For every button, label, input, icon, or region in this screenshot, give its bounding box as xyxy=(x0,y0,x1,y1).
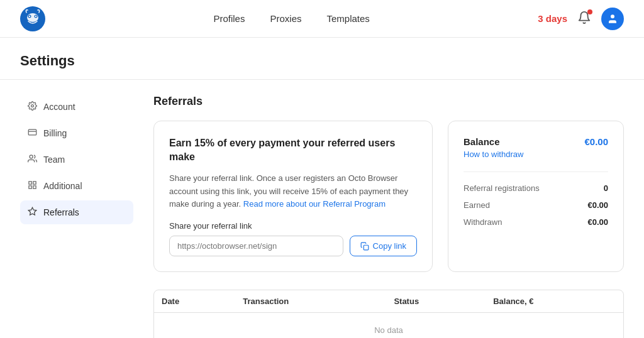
table-header-row: Date Transaction Status Balance, € xyxy=(154,290,623,313)
no-data-row: No data xyxy=(154,313,623,338)
content-area: Referrals Earn 15% of every payment your… xyxy=(133,95,624,338)
nav-profiles[interactable]: Profiles xyxy=(213,13,245,24)
table-header: Date Transaction Status Balance, € xyxy=(154,290,623,313)
sidebar-billing-label: Billing xyxy=(43,128,67,138)
team-icon xyxy=(28,154,37,165)
transactions-table-section: Date Transaction Status Balance, € No da… xyxy=(153,290,624,338)
balance-divider xyxy=(464,172,608,172)
star-icon xyxy=(28,207,37,218)
svg-point-10 xyxy=(30,155,33,158)
balance-title: Balance xyxy=(464,136,500,147)
sidebar-referrals-label: Referrals xyxy=(43,207,79,217)
sidebar: Account Billing Team xyxy=(20,95,133,338)
col-balance: Balance, € xyxy=(486,290,623,313)
main-nav: Profiles Proxies Templates xyxy=(213,13,369,24)
svg-rect-12 xyxy=(33,182,36,184)
nav-templates[interactable]: Templates xyxy=(326,13,369,24)
copy-link-button[interactable]: Copy link xyxy=(350,236,417,256)
read-more-link[interactable]: Read more about our Referral Program xyxy=(243,199,386,209)
svg-point-6 xyxy=(611,14,614,18)
col-transaction: Transaction xyxy=(235,290,386,313)
sidebar-item-billing[interactable]: Billing xyxy=(20,121,133,145)
balance-row-registrations: Referral registrations 0 xyxy=(464,180,608,197)
gear-icon xyxy=(28,101,37,112)
no-data-cell: No data xyxy=(154,313,623,338)
svg-rect-16 xyxy=(364,245,369,250)
sidebar-account-label: Account xyxy=(43,102,75,112)
balance-row-earned: Earned €0.00 xyxy=(464,197,608,214)
content-row: Earn 15% of every payment your referred … xyxy=(153,121,624,272)
balance-amount: €0.00 xyxy=(584,136,608,147)
withdraw-link[interactable]: How to withdraw xyxy=(464,150,608,159)
section-title: Referrals xyxy=(153,95,624,108)
svg-point-7 xyxy=(31,105,34,107)
header: Profiles Proxies Templates 3 days xyxy=(0,0,644,38)
bell-icon[interactable] xyxy=(577,11,591,26)
svg-rect-13 xyxy=(33,186,36,188)
balance-header: Balance €0.00 xyxy=(464,136,608,147)
page-title: Settings xyxy=(0,38,644,80)
main-layout: Account Billing Team xyxy=(0,80,644,338)
svg-rect-8 xyxy=(28,129,36,135)
sidebar-item-referrals[interactable]: Referrals xyxy=(20,200,133,224)
notification-dot xyxy=(587,9,592,14)
logo[interactable] xyxy=(20,6,45,31)
billing-icon xyxy=(28,128,37,139)
earn-title: Earn 15% of every payment your referred … xyxy=(169,136,417,165)
days-badge: 3 days xyxy=(538,13,567,24)
earn-description: Share your referral link. Once a user re… xyxy=(169,172,417,211)
sidebar-item-additional[interactable]: Additional xyxy=(20,174,133,198)
copy-icon xyxy=(360,242,369,251)
balance-row-withdrawn: Withdrawn €0.00 xyxy=(464,214,608,231)
additional-icon xyxy=(28,180,37,192)
header-right: 3 days xyxy=(538,8,624,30)
sidebar-additional-label: Additional xyxy=(43,181,82,191)
col-status: Status xyxy=(386,290,486,313)
avatar[interactable] xyxy=(601,8,624,30)
share-label: Share your referral link xyxy=(169,221,417,231)
svg-marker-15 xyxy=(28,207,36,215)
svg-rect-14 xyxy=(29,186,31,188)
earn-card: Earn 15% of every payment your referred … xyxy=(153,121,433,272)
svg-rect-11 xyxy=(29,182,31,184)
table-body: No data xyxy=(154,313,623,338)
balance-card: Balance €0.00 How to withdraw Referral r… xyxy=(448,121,624,272)
nav-proxies[interactable]: Proxies xyxy=(270,13,301,24)
transactions-table: Date Transaction Status Balance, € No da… xyxy=(154,290,623,338)
svg-point-4 xyxy=(29,15,30,16)
col-date: Date xyxy=(154,290,235,313)
referral-input-row: Copy link xyxy=(169,236,417,256)
table-container: Date Transaction Status Balance, € No da… xyxy=(153,290,624,338)
svg-point-5 xyxy=(35,15,36,16)
sidebar-team-label: Team xyxy=(43,155,65,165)
referral-link-input[interactable] xyxy=(169,236,343,256)
sidebar-item-team[interactable]: Team xyxy=(20,148,133,172)
sidebar-item-account[interactable]: Account xyxy=(20,95,133,119)
